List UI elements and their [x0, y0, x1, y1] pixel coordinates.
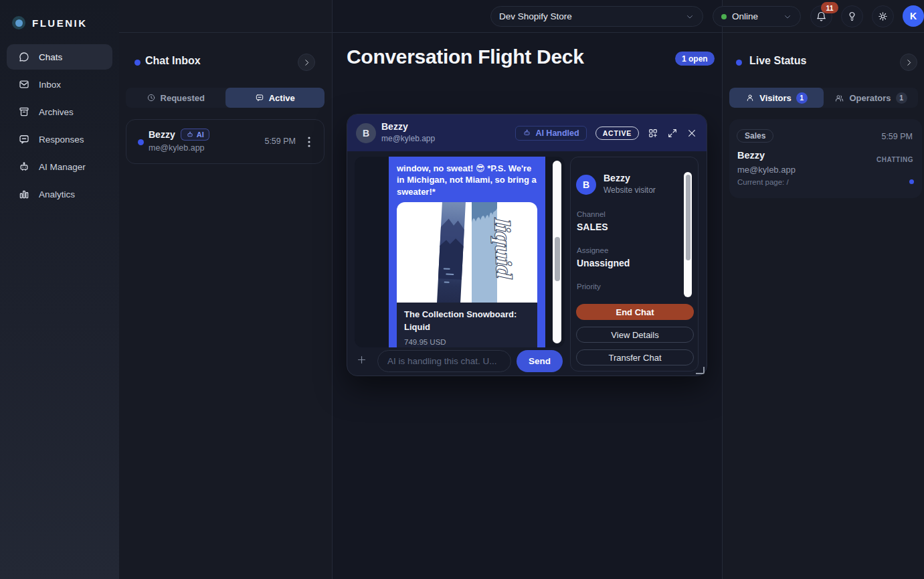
assignee-value: Unassigned: [577, 258, 630, 268]
product-price: 749.95 USD: [404, 338, 530, 346]
ai-handled-badge: AI Handled: [515, 126, 586, 141]
chat-item-time: 5:59 PM: [264, 137, 296, 146]
user-avatar[interactable]: K: [903, 5, 924, 27]
chat-list-item-bezzy[interactable]: Bezzy AI me@kyleb.app 5:59 PM: [126, 119, 325, 164]
brand-logo-icon: [12, 16, 25, 29]
message-input[interactable]: [377, 350, 511, 372]
tab-label: Operators: [849, 93, 891, 103]
ai-badge-label: AI: [197, 131, 204, 139]
ai-badge: AI: [181, 129, 209, 141]
top-bar: Dev Shopify Store Online 11 K: [119, 0, 924, 33]
visitor-name: Bezzy: [737, 150, 765, 161]
sidebar-item-ai-manager[interactable]: AI Manager: [7, 154, 112, 179]
messages-scrollbar-thumb[interactable]: [555, 237, 560, 281]
chat-window: B Bezzy me@kyleb.app AI Handled ACTIVE w…: [347, 114, 707, 376]
store-selector[interactable]: Dev Shopify Store: [490, 6, 703, 27]
store-selector-value: Dev Shopify Store: [499, 11, 572, 21]
attach-button[interactable]: [356, 354, 367, 365]
operators-count-badge: 1: [896, 92, 907, 104]
sidebar-item-chats[interactable]: Chats: [7, 44, 112, 70]
page-title: Conversation Flight Deck: [347, 46, 584, 68]
sidebar-item-label: AI Manager: [39, 162, 86, 172]
grid-add-button[interactable]: [648, 128, 658, 139]
sidebar-item-inbox[interactable]: Inbox: [7, 72, 112, 97]
chat-item-name: Bezzy: [149, 129, 175, 140]
tab-operators[interactable]: Operators 1: [824, 88, 918, 108]
open-count-badge: 1 open: [675, 52, 715, 66]
visitor-role: Website visitor: [604, 185, 656, 195]
online-status-selector[interactable]: Online: [713, 6, 801, 27]
response-bubble-icon: [18, 133, 30, 145]
snowboard-product-image: liquid: [397, 202, 537, 303]
send-button[interactable]: Send: [517, 350, 563, 372]
panel-status-dot: [134, 60, 141, 66]
collapse-inbox-button[interactable]: [298, 54, 315, 71]
sidebar-item-analytics[interactable]: Analytics: [7, 181, 112, 207]
robot-icon: [18, 161, 30, 173]
channel-label: Channel: [577, 210, 606, 218]
ai-message-bubble: window, no sweat! 😎 *P.S. We're in Michi…: [389, 157, 545, 347]
priority-label: Priority: [577, 282, 601, 291]
chat-icon: [255, 93, 264, 102]
sidebar-item-label: Analytics: [39, 189, 75, 199]
close-button[interactable]: [686, 128, 697, 139]
transfer-chat-button[interactable]: Transfer Chat: [576, 349, 694, 365]
product-card[interactable]: liquid The Collection Snowboard: Liquid …: [397, 202, 537, 347]
tab-visitors[interactable]: Visitors 1: [729, 88, 824, 108]
sidebar-item-label: Responses: [39, 135, 84, 145]
end-chat-button[interactable]: End Chat: [576, 304, 694, 320]
tips-button[interactable]: [841, 5, 863, 27]
visitor-activity: CHATTING: [876, 156, 913, 163]
tab-label: Visitors: [759, 93, 791, 103]
channel-tag: Sales: [737, 129, 773, 143]
robot-icon: [523, 129, 531, 137]
sidebar-item-label: Inbox: [39, 80, 61, 90]
chat-item-menu-button[interactable]: [302, 135, 316, 149]
svg-text:liquid: liquid: [490, 216, 516, 280]
lightbulb-icon: [846, 11, 858, 22]
sidebar-item-archives[interactable]: Archives: [7, 99, 112, 125]
message-list: window, no sweat! 😎 *P.S. We're in Michi…: [355, 157, 565, 347]
sidebar-item-label: Chats: [39, 52, 62, 62]
online-dot: [909, 179, 914, 184]
gear-icon: [877, 11, 889, 22]
visitor-email: me@kyleb.app: [381, 134, 435, 143]
tab-label: Requested: [161, 93, 205, 103]
settings-button[interactable]: [872, 5, 894, 27]
visitor-email: me@kyleb.app: [737, 165, 796, 175]
collapse-live-status-button[interactable]: [900, 54, 917, 71]
tab-label: Active: [269, 93, 295, 103]
brand-name: FLUENIK: [32, 17, 88, 29]
main-area: Conversation Flight Deck 1 open B Bezzy …: [333, 0, 723, 579]
panel-status-dot: [736, 60, 742, 66]
message-text: window, no sweat! 😎 *P.S. We're in Michi…: [389, 157, 545, 200]
product-title: The Collection Snowboard: Liquid: [404, 309, 530, 334]
chevron-down-icon: [783, 12, 792, 21]
tab-requested[interactable]: Requested: [126, 88, 225, 108]
visitor-name: Bezzy: [604, 173, 630, 183]
online-dot-icon: [721, 14, 727, 19]
robot-icon: [186, 131, 194, 139]
inbox-tabs: Requested Active: [126, 88, 325, 108]
expand-button[interactable]: [667, 128, 678, 139]
unread-dot: [138, 139, 144, 145]
visitor-name: Bezzy: [381, 121, 408, 132]
view-details-button[interactable]: View Details: [576, 327, 694, 343]
notification-count-badge: 11: [821, 2, 838, 13]
visitor-avatar: B: [356, 123, 376, 143]
person-icon: [745, 93, 755, 102]
visitor-current-page: Current page: /: [737, 178, 789, 186]
tab-active[interactable]: Active: [225, 88, 325, 108]
archive-icon: [18, 106, 30, 118]
live-visitor-card[interactable]: Sales 5:59 PM Bezzy CHATTING me@kyleb.ap…: [729, 119, 922, 198]
clock-icon: [147, 93, 156, 102]
window-resize-handle[interactable]: [696, 367, 705, 374]
bar-chart-icon: [18, 188, 30, 200]
details-scrollbar-thumb[interactable]: [686, 175, 690, 260]
visitor-avatar: B: [576, 175, 596, 195]
brand-logo: FLUENIK: [0, 0, 119, 33]
chat-item-email: me@kyleb.app: [149, 143, 205, 153]
product-caption: The Collection Snowboard: Liquid 749.95 …: [397, 303, 537, 347]
sidebar-item-responses[interactable]: Responses: [7, 127, 112, 152]
visitors-count-badge: 1: [796, 92, 808, 104]
